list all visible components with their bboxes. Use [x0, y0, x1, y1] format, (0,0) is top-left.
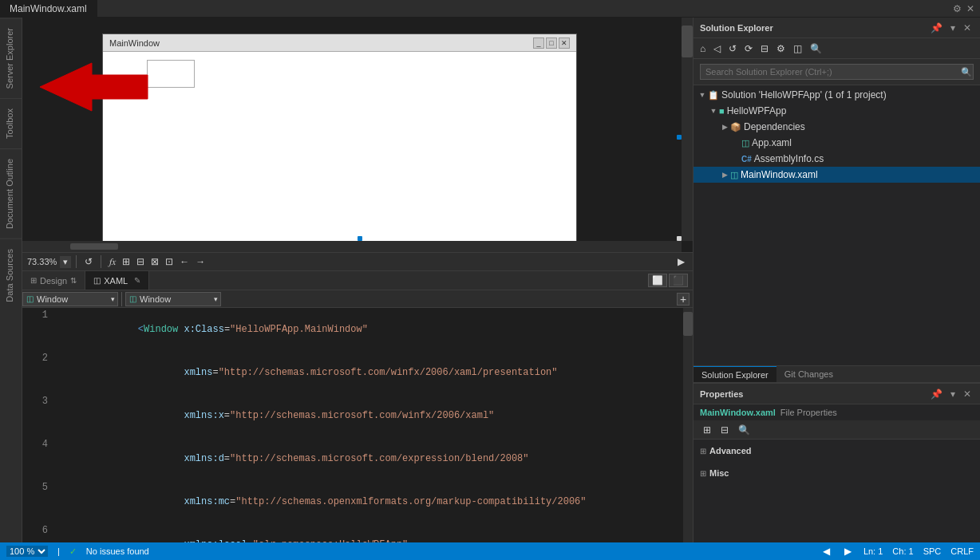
se-close-btn[interactable]: ✕ [961, 22, 974, 34]
line-num-2: 2 [22, 351, 54, 394]
preview-rectangle [147, 60, 195, 88]
center-content: MainWindow _ □ ✕ [22, 18, 693, 542]
preview-titlebar: MainWindow _ □ ✕ [103, 34, 576, 52]
solution-label: Solution 'HelloWPFApp' (1 of 1 project) [721, 89, 887, 101]
design-tab-icon: ⊞ [30, 276, 37, 285]
sidebar-item-data-sources[interactable]: Data Sources [0, 239, 22, 312]
split-vertical-btn[interactable]: ⬜ [648, 274, 667, 287]
se-search-container: 🔍 [694, 59, 980, 85]
status-crlf: CRLF [950, 546, 974, 556]
selector-bar: ◫ Window ◫ Window + [22, 290, 693, 308]
guidelines-btn[interactable]: ⊠ [148, 254, 162, 269]
mainwindow-xaml-icon: ◫ [730, 170, 738, 180]
code-lines[interactable]: 1 <Window x:Class="HelloWPFApp.MainWindo… [22, 308, 683, 542]
se-sync-btn[interactable]: ⟳ [741, 41, 756, 56]
props-tool-2[interactable]: ⊟ [717, 423, 732, 437]
project-label: HelloWPFApp [727, 105, 787, 116]
design-sort-icon: ⇅ [70, 276, 77, 285]
props-menu-btn[interactable]: ▾ [948, 388, 958, 400]
sidebar-item-server-explorer[interactable]: Server Explorer [0, 18, 22, 98]
tree-item-solution[interactable]: ▼ 📋 Solution 'HelloWPFApp' (1 of 1 proje… [694, 87, 980, 103]
zoom-dropdown[interactable]: ▾ [60, 256, 71, 268]
props-pin-btn[interactable]: 📌 [928, 388, 945, 400]
tree-item-project[interactable]: ▼ ■ HelloWPFApp [694, 103, 980, 119]
formula-btn[interactable]: 𝑓𝑥 [106, 254, 119, 269]
editor-tabs-right: ⬜ ⬛ [648, 274, 693, 287]
active-tab[interactable]: MainWindow.xaml [0, 0, 97, 17]
selector-divider [121, 292, 122, 306]
props-section-misc-header[interactable]: ⊞ Misc [700, 465, 974, 481]
tab-design[interactable]: ⊞ Design ⇅ [22, 271, 85, 290]
snap-grid-btn[interactable]: ⊡ [162, 254, 176, 269]
preview-close[interactable]: ✕ [559, 37, 570, 49]
hscroll-thumb[interactable] [70, 243, 118, 250]
snap-btn[interactable]: ⊟ [133, 254, 148, 269]
sidebar-item-toolbox[interactable]: Toolbox [0, 98, 22, 148]
pin-button[interactable]: ⚙ [950, 3, 964, 14]
props-close-btn[interactable]: ✕ [961, 388, 974, 400]
status-scroll-left[interactable]: ◀ [820, 546, 832, 557]
status-spc: SPC [923, 546, 942, 556]
line-num-5: 5 [22, 480, 54, 523]
assemblyinfo-label: AssemblyInfo.cs [754, 153, 824, 164]
more-options-btn[interactable]: ▶ [674, 254, 688, 269]
se-refresh-btn[interactable]: ↺ [725, 41, 740, 56]
code-scroll-thumb[interactable] [683, 312, 693, 336]
se-tab-solution-explorer[interactable]: Solution Explorer [694, 366, 776, 382]
tab-label: MainWindow.xaml [10, 3, 87, 14]
tree-item-assemblyinfo[interactable]: ▶ C# AssemblyInfo.cs [694, 151, 980, 167]
se-filter-btn[interactable]: 🔍 [807, 41, 825, 56]
app-xaml-icon: ◫ [741, 138, 749, 148]
tree-toggle-deps[interactable]: ▶ [719, 121, 730, 132]
preview-maximize[interactable]: □ [546, 37, 557, 49]
tree-toggle-mainwindow[interactable]: ▶ [719, 169, 730, 180]
tree-toggle-solution[interactable]: ▼ [697, 89, 708, 101]
se-back-btn[interactable]: ◁ [710, 41, 724, 56]
add-code-btn[interactable]: + [677, 293, 690, 306]
props-header-actions: 📌 ▾ ✕ [928, 388, 974, 400]
props-tool-3[interactable]: 🔍 [735, 423, 753, 437]
move-left-btn[interactable]: ← [176, 254, 192, 269]
status-zoom-select[interactable]: 100 % [6, 546, 48, 557]
tree-item-app-xaml[interactable]: ▶ ◫ App.xaml [694, 135, 980, 151]
split-horizontal-btn[interactable]: ⬛ [669, 274, 688, 287]
reset-view-btn[interactable]: ↺ [81, 254, 96, 269]
se-search-input[interactable] [700, 64, 974, 80]
se-pin-btn[interactable]: 📌 [928, 22, 945, 34]
grid-btn[interactable]: ⊞ [119, 254, 133, 269]
se-preview-btn[interactable]: ◫ [790, 41, 805, 56]
line-num-1: 1 [22, 308, 54, 351]
props-tool-1[interactable]: ⊞ [700, 423, 714, 437]
tree-item-dependencies[interactable]: ▶ 📦 Dependencies [694, 119, 980, 135]
move-right-btn[interactable]: → [192, 254, 208, 269]
se-home-btn[interactable]: ⌂ [697, 41, 709, 56]
tree-toggle-project[interactable]: ▼ [708, 105, 719, 116]
right-selector-dropdown[interactable]: ◫ Window [125, 292, 221, 306]
close-tab-button[interactable]: ✕ [964, 3, 977, 14]
left-selector-dropdown[interactable]: ◫ Window [22, 292, 118, 306]
solution-explorer: Solution Explorer 📌 ▾ ✕ ⌂ ◁ ↺ ⟳ ⊟ ⚙ ◫ 🔍 [694, 18, 980, 383]
design-vscrollbar[interactable] [682, 18, 693, 241]
code-line-5: 5 xmlns:mc="http://schemas.openxmlformat… [22, 480, 683, 523]
status-scroll-right[interactable]: ▶ [842, 546, 854, 557]
properties-title: Properties [700, 389, 743, 399]
vscroll-thumb[interactable] [682, 26, 693, 57]
code-vscrollbar[interactable] [683, 308, 693, 542]
se-menu-btn[interactable]: ▾ [948, 22, 958, 34]
tab-xaml[interactable]: ◫ XAML ✎ [85, 271, 149, 290]
tree-item-mainwindow-xaml[interactable]: ▶ ◫ MainWindow.xaml [694, 167, 980, 183]
editor-tabs-bar: ⊞ Design ⇅ ◫ XAML ✎ ⬜ ⬛ [22, 271, 693, 290]
preview-minimize[interactable]: _ [533, 37, 544, 49]
design-hscrollbar[interactable] [22, 241, 682, 252]
se-collapse-btn[interactable]: ⊟ [757, 41, 772, 56]
assemblyinfo-icon: C# [741, 155, 752, 164]
design-canvas[interactable]: MainWindow _ □ ✕ [22, 18, 693, 252]
props-section-advanced-header[interactable]: ⊞ Advanced [700, 443, 974, 459]
se-tab-git-changes[interactable]: Git Changes [776, 366, 841, 382]
se-settings-btn[interactable]: ⚙ [773, 41, 788, 56]
sidebar-item-document-outline[interactable]: Document Outline [0, 148, 22, 239]
main-layout: Server Explorer Toolbox Document Outline… [0, 18, 980, 542]
status-bar-right: ◀ ▶ Ln: 1 Ch: 1 SPC CRLF [820, 546, 974, 557]
xaml-tab-icon: ◫ [93, 276, 101, 285]
toolbar-sep-2 [101, 255, 101, 268]
